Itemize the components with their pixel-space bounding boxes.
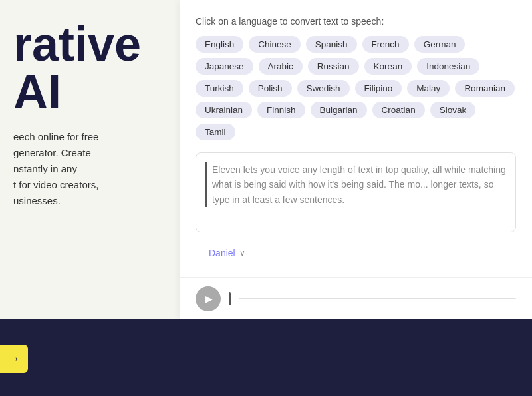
right-panel: Click on a language to convert text to s…: [180, 0, 532, 319]
subtitle-line4: t for video creators,: [13, 179, 98, 190]
voice-name[interactable]: Daniel: [209, 248, 235, 258]
language-chip-spanish[interactable]: Spanish: [306, 36, 357, 53]
language-chip-romanian[interactable]: Romanian: [455, 80, 515, 97]
subtitle-line2: generator. Create: [13, 147, 91, 158]
language-chip-bulgarian[interactable]: Bulgarian: [311, 102, 367, 118]
subtitle-line5: usinesses.: [13, 195, 61, 206]
chevron-down-icon[interactable]: ∨: [239, 248, 245, 258]
subtitle-line1: eech online for free: [13, 131, 98, 142]
audio-player: ▶: [180, 277, 532, 319]
language-chip-english[interactable]: English: [196, 36, 243, 53]
language-chip-swedish[interactable]: Swedish: [297, 80, 350, 97]
language-chip-finnish[interactable]: Finnish: [257, 102, 305, 118]
language-chip-malay[interactable]: Malay: [407, 80, 450, 97]
text-area-container[interactable]: Eleven lets you voice any length of text…: [196, 152, 516, 232]
expand-button[interactable]: →: [0, 345, 28, 373]
language-chip-russian[interactable]: Russian: [308, 58, 359, 75]
language-chip-polish[interactable]: Polish: [249, 80, 292, 97]
bottom-bar: [0, 319, 532, 396]
textarea-placeholder: Eleven lets you voice any length of text…: [205, 162, 506, 207]
subtitle-line3: nstantly in any: [13, 163, 77, 174]
hero-subtitle: eech online for free generator. Create n…: [13, 129, 166, 209]
language-chip-ukrainian[interactable]: Ukrainian: [196, 102, 252, 118]
arrow-right-icon: →: [8, 352, 20, 366]
language-chip-chinese[interactable]: Chinese: [249, 36, 301, 53]
language-chip-korean[interactable]: Korean: [364, 58, 412, 75]
audio-waveform: [239, 298, 516, 299]
language-chip-tamil[interactable]: Tamil: [196, 124, 235, 140]
language-chip-arabic[interactable]: Arabic: [259, 58, 303, 75]
hero-title-line2: AI: [13, 65, 61, 118]
language-prompt: Click on a language to convert text to s…: [196, 16, 516, 27]
hero-title-line1: rative: [13, 17, 141, 71]
language-chip-croatian[interactable]: Croatian: [372, 102, 425, 118]
voice-selector[interactable]: — Daniel ∨: [196, 242, 516, 264]
voice-dash: —: [196, 248, 205, 258]
language-chip-japanese[interactable]: Japanese: [196, 58, 253, 75]
audio-cursor: [229, 292, 231, 305]
language-chip-slovak[interactable]: Slovak: [430, 102, 476, 118]
play-button[interactable]: ▶: [196, 286, 221, 311]
language-chip-german[interactable]: German: [414, 36, 466, 53]
language-chip-french[interactable]: French: [362, 36, 409, 53]
language-chips: EnglishChineseSpanishFrenchGermanJapanes…: [196, 36, 516, 140]
play-icon: ▶: [205, 294, 213, 304]
language-chip-turkish[interactable]: Turkish: [196, 80, 243, 97]
language-chip-filipino[interactable]: Filipino: [355, 80, 402, 97]
language-chip-indonesian[interactable]: Indonesian: [417, 58, 479, 75]
left-panel: rative AI eech online for free generator…: [0, 0, 180, 319]
hero-title: rative AI: [13, 20, 166, 116]
